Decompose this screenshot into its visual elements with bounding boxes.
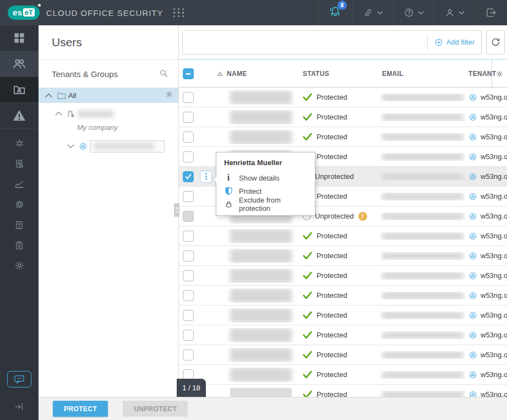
tenant-icon [468, 152, 477, 161]
settings-gear-icon [14, 260, 25, 271]
refresh-button[interactable] [486, 30, 505, 54]
tree-item-tenant[interactable] [39, 139, 178, 154]
user-email-blurred [382, 351, 464, 359]
row-checkbox[interactable] [183, 191, 194, 202]
status-label: Protected [317, 232, 347, 240]
menu-item-exclude[interactable]: Exclude from protection [216, 198, 315, 211]
column-header-email[interactable]: EMAIL [382, 70, 404, 78]
add-filter-button[interactable]: Add filter [427, 35, 481, 50]
link-icon [363, 7, 374, 18]
collapse-sidebar-button[interactable] [0, 394, 39, 420]
row-context-menu: Henrietta Mueller i Show details Protect… [216, 152, 315, 216]
chevron-up-icon[interactable] [45, 93, 52, 98]
user-name-blurred [230, 308, 292, 323]
column-settings-button[interactable] [492, 60, 507, 88]
row-checkbox[interactable] [183, 151, 194, 162]
sidebar-item-license[interactable] [0, 215, 39, 235]
quarantine-icon [14, 138, 25, 149]
chevron-down-icon[interactable] [67, 144, 74, 149]
company-name-blurred [78, 111, 114, 117]
menu-item-show-details[interactable]: i Show details [216, 171, 315, 184]
panel-resize-handle[interactable] [174, 203, 179, 217]
row-checkbox[interactable] [183, 132, 194, 143]
license-icon [14, 220, 24, 230]
warning-icon[interactable]: ! [358, 212, 367, 221]
user-email-blurred [382, 272, 464, 280]
table-row[interactable]: Protectedw53ng.on [179, 286, 507, 306]
protected-check-icon [303, 252, 312, 260]
sidebar-item-policies[interactable] [0, 194, 39, 215]
account-button[interactable] [434, 0, 475, 25]
pagination-badge: 1 / 18 [177, 379, 206, 397]
column-header-status[interactable]: STATUS [303, 70, 329, 78]
shield-icon [224, 187, 233, 195]
row-checkbox[interactable] [183, 231, 194, 242]
table-row[interactable]: Protectedw53ng.on [179, 306, 507, 325]
sidebar-item-alerts[interactable] [0, 103, 39, 129]
row-checkbox[interactable] [183, 290, 194, 301]
table-row[interactable]: Protectedw53ng.on [179, 365, 507, 385]
row-checkbox[interactable] [183, 92, 194, 103]
sort-asc-icon[interactable] [217, 71, 223, 77]
user-folder-icon [12, 83, 26, 97]
table-row[interactable]: Protectedw53ng.on [179, 88, 507, 107]
table-row[interactable]: Protectedw53ng.on [179, 266, 507, 286]
sidebar-item-tasks[interactable] [0, 235, 39, 255]
tree-item-all[interactable]: All [39, 88, 178, 103]
row-checkbox[interactable] [183, 310, 194, 321]
tenant-domain: w53ng.on [481, 113, 507, 121]
row-checkbox[interactable] [183, 211, 194, 222]
row-checkbox[interactable] [183, 250, 194, 261]
tenant-icon [468, 172, 477, 181]
check-icon [185, 173, 192, 180]
help-button[interactable] [393, 0, 434, 25]
tree-item-company[interactable] [39, 106, 178, 121]
feedback-button[interactable] [0, 365, 39, 394]
tasks-icon [14, 241, 24, 250]
gear-icon[interactable] [165, 90, 174, 101]
sidebar-item-dashboard[interactable] [0, 25, 39, 51]
row-checkbox[interactable] [183, 171, 194, 182]
table-row[interactable]: Protectedw53ng.on [179, 226, 507, 246]
sidebar-item-user-management[interactable] [0, 77, 39, 103]
sidebar-item-settings[interactable] [0, 255, 39, 276]
row-checkbox[interactable] [183, 270, 194, 281]
eset-logo: es eT [8, 6, 40, 20]
search-icon[interactable] [159, 68, 168, 80]
unprotect-button[interactable]: UNPROTECT [123, 401, 188, 417]
user-email-blurred [382, 232, 464, 240]
row-checkbox[interactable] [183, 112, 194, 123]
user-email-blurred [382, 153, 464, 161]
context-menu-arrow [212, 176, 216, 183]
tenant-domain: w53ng.on [481, 133, 507, 141]
protected-check-icon [303, 331, 312, 339]
tenant-domain: w53ng.on [481, 351, 507, 359]
row-actions-kebab-button[interactable] [200, 171, 212, 183]
quick-links-button[interactable] [352, 0, 393, 25]
table-row[interactable]: Protectedw53ng.on [179, 107, 507, 127]
table-row[interactable]: Protectedw53ng.on [179, 127, 507, 147]
sidebar-item-scan-logs[interactable] [0, 154, 39, 174]
status-label: Protected [317, 311, 347, 319]
context-menu-title: Henrietta Mueller [216, 157, 315, 171]
table-row[interactable]: Protectedw53ng.on [179, 246, 507, 266]
table-row[interactable]: Protectedw53ng.on [179, 325, 507, 345]
sidebar-item-quarantine[interactable] [0, 133, 39, 154]
select-all-checkbox[interactable] [183, 68, 194, 79]
row-checkbox[interactable] [183, 350, 194, 361]
status-label: Unprotected [315, 172, 354, 181]
filter-input[interactable] [183, 31, 427, 54]
alerts-icon [12, 108, 27, 123]
chevron-up-icon[interactable] [55, 111, 62, 116]
user-email-blurred [382, 292, 464, 299]
protect-button[interactable]: PROTECT [53, 401, 108, 417]
table-row[interactable]: Protectedw53ng.on [179, 345, 507, 365]
sidebar-item-users[interactable] [0, 51, 39, 77]
notifications-button[interactable]: 8 [318, 0, 352, 25]
column-header-name[interactable]: NAME [227, 70, 247, 78]
row-checkbox[interactable] [183, 330, 194, 341]
logout-button[interactable] [475, 0, 507, 25]
tenant-domain: w53ng.on [481, 192, 507, 200]
apps-grid-icon[interactable] [173, 8, 185, 18]
sidebar-item-reports[interactable] [0, 174, 39, 194]
